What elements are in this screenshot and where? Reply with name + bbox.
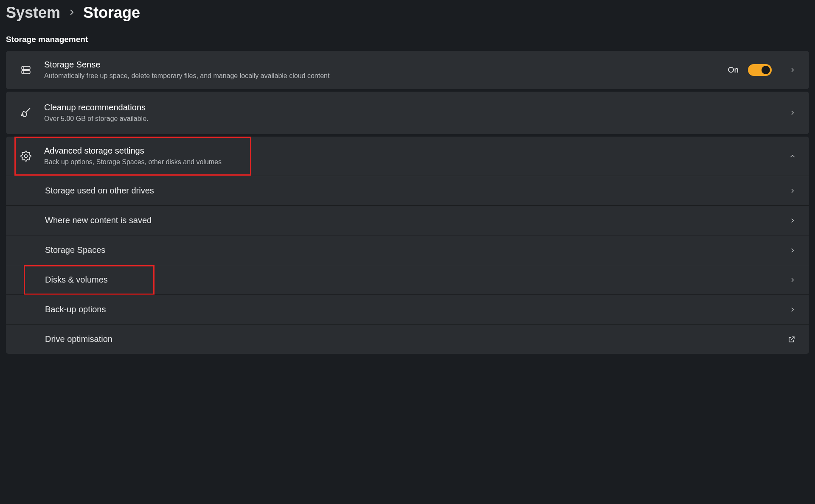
chevron-up-icon <box>790 153 795 159</box>
chevron-right-icon <box>790 277 795 283</box>
storage-sense-subtitle: Automatically free up space, delete temp… <box>44 71 728 81</box>
svg-line-4 <box>26 109 30 112</box>
svg-point-6 <box>25 155 28 158</box>
chevron-right-icon <box>790 110 795 116</box>
chevron-right-icon <box>790 67 795 73</box>
sub-row-label: Back-up options <box>45 305 790 314</box>
sub-row-label: Storage used on other drives <box>45 186 790 196</box>
open-external-icon <box>788 336 795 343</box>
sub-row-where-new-content-saved[interactable]: Where new content is saved <box>6 205 809 235</box>
broom-icon <box>20 107 32 119</box>
setting-row-advanced-storage-settings[interactable]: Advanced storage settings Back up option… <box>6 137 809 176</box>
chevron-right-icon <box>790 247 795 253</box>
sub-row-drive-optimisation[interactable]: Drive optimisation <box>6 324 809 354</box>
setting-row-storage-sense[interactable]: Storage Sense Automatically free up spac… <box>6 51 809 89</box>
sub-row-storage-used-other-drives[interactable]: Storage used on other drives <box>6 176 809 205</box>
sub-row-label: Drive optimisation <box>45 334 788 344</box>
cleanup-subtitle: Over 5.00 GB of storage available. <box>44 114 790 123</box>
breadcrumb-parent[interactable]: System <box>6 5 60 20</box>
sub-row-storage-spaces[interactable]: Storage Spaces <box>6 235 809 265</box>
drive-icon <box>20 64 32 76</box>
gear-icon <box>20 151 32 162</box>
cleanup-title: Cleanup recommendations <box>44 102 790 113</box>
chevron-right-icon <box>790 307 795 313</box>
svg-point-3 <box>23 72 24 73</box>
storage-sense-title: Storage Sense <box>44 59 728 70</box>
sub-row-label: Storage Spaces <box>45 245 790 255</box>
sub-row-label: Where new content is saved <box>45 216 790 225</box>
advanced-subtitle: Back up options, Storage Spaces, other d… <box>44 157 790 167</box>
storage-sense-toggle-label: On <box>728 65 739 75</box>
setting-group-advanced-storage: Advanced storage settings Back up option… <box>6 137 809 354</box>
page-title: Storage <box>83 5 140 20</box>
breadcrumb: System Storage <box>6 5 809 20</box>
chevron-right-icon <box>790 218 795 224</box>
chevron-right-icon <box>790 188 795 194</box>
chevron-right-icon <box>68 8 76 18</box>
section-heading-storage-management: Storage management <box>6 35 809 44</box>
svg-point-2 <box>23 67 24 68</box>
setting-row-cleanup-recommendations[interactable]: Cleanup recommendations Over 5.00 GB of … <box>6 92 809 134</box>
svg-line-5 <box>22 115 24 115</box>
sub-row-back-up-options[interactable]: Back-up options <box>6 294 809 324</box>
sub-row-label: Disks & volumes <box>45 275 790 285</box>
sub-row-disks-and-volumes[interactable]: Disks & volumes <box>6 265 809 294</box>
storage-sense-toggle[interactable] <box>748 64 772 76</box>
advanced-title: Advanced storage settings <box>44 145 790 157</box>
